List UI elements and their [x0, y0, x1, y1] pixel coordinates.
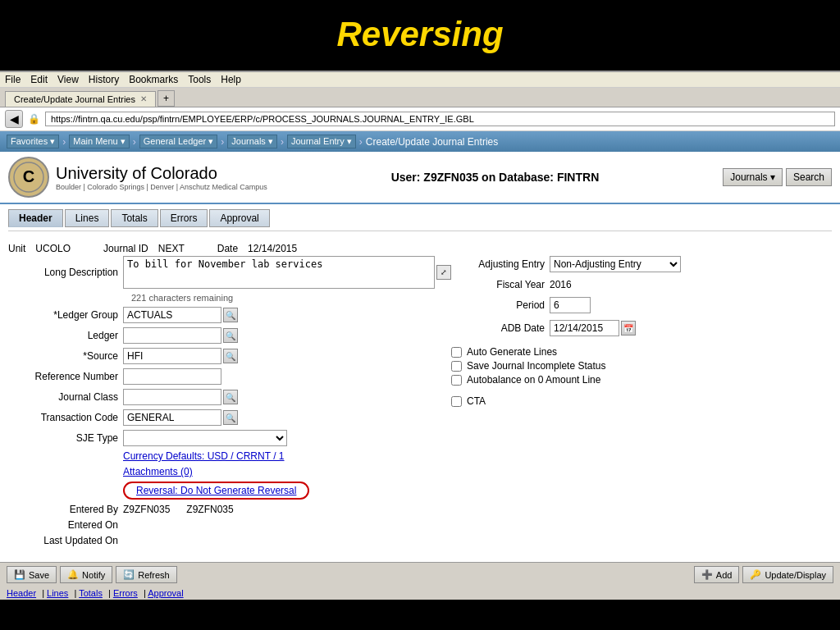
footer-links: Header | Lines | Totals | Errors | Appro…: [0, 587, 840, 600]
entered-by-value2: Z9ZFN035: [186, 504, 233, 515]
form-left-column: Long Description ⤢ 221 characters remain…: [8, 256, 451, 550]
menu-tools[interactable]: Tools: [188, 74, 211, 85]
footer-link-errors[interactable]: Errors: [113, 588, 138, 598]
last-updated-row: Last Updated On: [8, 535, 451, 546]
unit-journal-row: Unit UCOLO Journal ID NEXT Date 12/14/20…: [8, 238, 832, 256]
menu-edit[interactable]: Edit: [30, 74, 48, 85]
menu-file[interactable]: File: [5, 74, 21, 85]
source-label: *Source: [8, 350, 123, 362]
refresh-button[interactable]: 🔄 Refresh: [116, 566, 177, 583]
journals-dropdown-button[interactable]: Journals ▾: [723, 168, 783, 186]
journal-class-input[interactable]: [123, 389, 221, 405]
currency-link-row: Currency Defaults: USD / CRRNT / 1: [8, 450, 451, 462]
ledger-label: Ledger: [8, 330, 123, 341]
university-sub: Boulder | Colorado Springs | Denver | An…: [56, 183, 267, 191]
currency-defaults-link[interactable]: Currency Defaults: USD / CRRNT / 1: [123, 450, 285, 462]
form-tabs: Header Lines Totals Errors Approval: [8, 204, 832, 231]
university-name: University of Colorado: [56, 164, 267, 183]
tab-totals[interactable]: Totals: [111, 209, 158, 227]
save-journal-label: Save Journal Incomplete Status: [467, 360, 605, 372]
menu-bookmarks[interactable]: Bookmarks: [129, 74, 178, 85]
user-info: User: Z9ZFN035 on Database: FINTRN: [267, 171, 724, 184]
browser-tab-active[interactable]: Create/Update Journal Entries ✕: [5, 91, 156, 107]
tab-lines[interactable]: Lines: [65, 209, 110, 227]
reversal-button[interactable]: Reversal: Do Not Generate Reversal: [123, 482, 309, 500]
source-lookup-icon[interactable]: 🔍: [223, 349, 238, 363]
unit-label: Unit: [8, 243, 30, 254]
bottom-bar: 💾 Save 🔔 Notify 🔄 Refresh ➕ Add 🔑 Update…: [0, 562, 840, 587]
journal-entry-menu[interactable]: Journal Entry ▾: [287, 135, 356, 148]
tab-close-icon[interactable]: ✕: [140, 94, 147, 103]
entered-by-value: Z9ZFN035: [123, 504, 170, 515]
cta-checkbox[interactable]: [451, 396, 462, 407]
menu-history[interactable]: History: [89, 74, 119, 85]
general-ledger-menu[interactable]: General Ledger ▾: [139, 135, 218, 148]
ref-number-row: Reference Number: [8, 368, 451, 385]
svg-text:C: C: [23, 167, 34, 185]
ledger-group-lookup-icon[interactable]: 🔍: [223, 308, 238, 322]
transaction-code-row: Transaction Code 🔍: [8, 409, 451, 426]
fiscal-year-row: Fiscal Year 2016: [451, 279, 832, 290]
period-input[interactable]: [550, 297, 591, 313]
ref-number-input[interactable]: [123, 368, 221, 385]
back-button[interactable]: ◀: [5, 110, 23, 128]
adb-date-calendar-icon[interactable]: 📅: [621, 321, 636, 336]
long-desc-input[interactable]: [123, 256, 435, 289]
journals-menu[interactable]: Journals ▾: [227, 135, 277, 148]
page-title: Reversing: [0, 15, 840, 54]
sje-type-label: SJE Type: [8, 432, 123, 444]
tab-add-button[interactable]: +: [158, 90, 175, 107]
tab-header[interactable]: Header: [8, 209, 63, 227]
autobalance-label: Autobalance on 0 Amount Line: [467, 374, 600, 386]
long-desc-label: Long Description: [8, 267, 123, 278]
source-input[interactable]: [123, 348, 221, 364]
address-input[interactable]: [45, 112, 835, 126]
ledger-group-input[interactable]: [123, 307, 221, 323]
save-button[interactable]: 💾 Save: [7, 566, 57, 583]
ref-number-label: Reference Number: [8, 371, 123, 382]
auto-generate-checkbox[interactable]: [451, 347, 462, 358]
footer-link-totals[interactable]: Totals: [79, 588, 103, 598]
period-label: Period: [451, 299, 550, 311]
add-button[interactable]: ➕ Add: [694, 566, 740, 583]
menu-help[interactable]: Help: [221, 74, 241, 85]
transaction-code-input[interactable]: [123, 409, 221, 426]
form-right-column: Adjusting Entry Non-Adjusting Entry Fisc…: [451, 256, 832, 550]
search-button[interactable]: Search: [786, 168, 832, 186]
sje-type-row: SJE Type: [8, 430, 451, 446]
tab-bar: Create/Update Journal Entries ✕ +: [0, 88, 840, 107]
journal-id-label: Journal ID: [103, 243, 153, 254]
browser-window: File Edit View History Bookmarks Tools H…: [0, 71, 840, 600]
ledger-input[interactable]: [123, 327, 221, 344]
footer-link-header[interactable]: Header: [7, 588, 36, 598]
source-row: *Source 🔍: [8, 348, 451, 364]
last-updated-label: Last Updated On: [8, 535, 123, 546]
ledger-group-row: *Ledger Group 🔍: [8, 307, 451, 323]
attachments-link[interactable]: Attachments (0): [123, 466, 193, 477]
transaction-code-lookup-icon[interactable]: 🔍: [223, 410, 238, 425]
adjusting-entry-select[interactable]: Non-Adjusting Entry: [550, 256, 681, 272]
university-logo: C: [8, 157, 49, 198]
long-desc-expand-icon[interactable]: ⤢: [436, 265, 451, 280]
sje-type-select[interactable]: [123, 430, 287, 446]
footer-link-approval[interactable]: Approval: [148, 588, 183, 598]
save-journal-checkbox[interactable]: [451, 361, 462, 372]
bottom-left-buttons: 💾 Save 🔔 Notify 🔄 Refresh: [7, 566, 177, 583]
autobalance-checkbox[interactable]: [451, 375, 462, 386]
ledger-lookup-icon[interactable]: 🔍: [223, 328, 238, 343]
menu-view[interactable]: View: [57, 74, 79, 85]
tab-errors[interactable]: Errors: [160, 209, 208, 227]
save-journal-row: Save Journal Incomplete Status: [451, 360, 832, 372]
notify-button[interactable]: 🔔 Notify: [60, 566, 112, 583]
ledger-group-label: *Ledger Group: [8, 309, 123, 321]
update-display-button[interactable]: 🔑 Update/Display: [742, 566, 833, 583]
main-menu[interactable]: Main Menu ▾: [69, 135, 129, 148]
journal-class-lookup-icon[interactable]: 🔍: [223, 390, 238, 404]
entered-by-row: Entered By Z9ZFN035 Z9ZFN035: [8, 504, 451, 515]
bottom-right-buttons: ➕ Add 🔑 Update/Display: [694, 566, 833, 583]
favorites-menu[interactable]: Favorites ▾: [7, 135, 59, 148]
footer-link-lines[interactable]: Lines: [47, 588, 68, 598]
tab-approval[interactable]: Approval: [209, 209, 269, 227]
fiscal-year-label: Fiscal Year: [451, 279, 550, 290]
adb-date-input[interactable]: [550, 320, 619, 336]
